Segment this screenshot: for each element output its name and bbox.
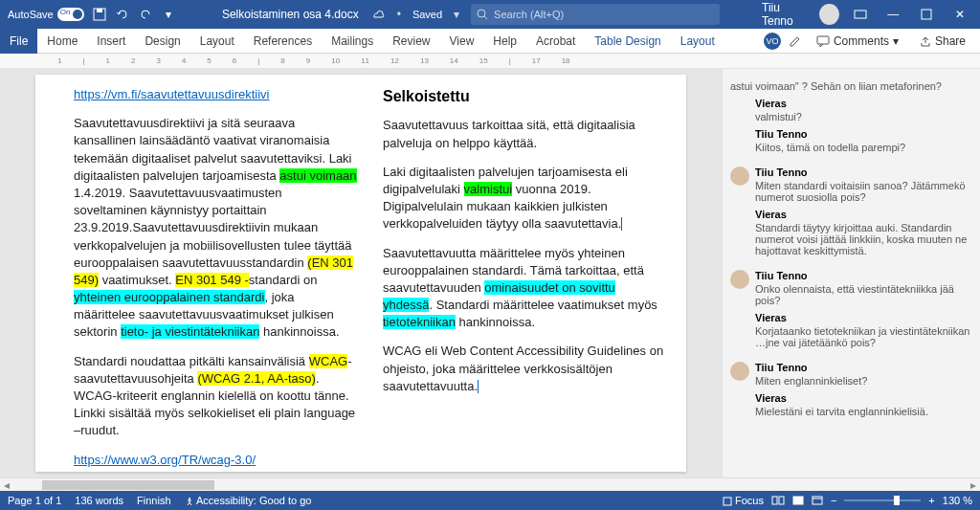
svg-rect-4 [855,11,866,18]
qat-dropdown-icon[interactable]: ▾ [161,7,176,22]
tab-help[interactable]: Help [483,29,526,54]
undo-icon[interactable] [115,7,130,22]
hl-wcag21: (WCAG 2.1, AA-taso) [197,371,316,386]
ribbon: File Home Insert Design Layout Reference… [0,29,980,54]
ruler[interactable]: 1 | 1 2 3 4 5 6 | 8 9 10 11 12 13 14 15 … [0,54,980,69]
hl-valmistui: valmistui [464,182,513,196]
avatar [730,166,749,186]
heading-selkoistettu: Selkoistettu [383,86,667,107]
text-caret-2 [478,380,479,393]
avatar [730,270,749,289]
close-icon[interactable]: ✕ [947,4,972,25]
pen-icon[interactable] [789,34,802,48]
svg-rect-11 [793,497,803,504]
link-w3[interactable]: https://www.w3.org/TR/wcag-3.0/ [74,453,256,467]
zoom-thumb[interactable] [894,496,900,505]
redo-icon[interactable] [138,7,153,22]
svg-rect-5 [922,10,931,19]
svg-line-3 [484,16,487,19]
user-name[interactable]: Tiiu Tenno [762,1,812,28]
svg-rect-10 [779,497,784,504]
autosave-label: AutoSave [8,9,54,20]
comments-pane[interactable]: astui voimaan" ? Sehän on liian metafori… [722,69,980,477]
hl-tietotekniikan: tietotekniikan [383,315,456,329]
view-web-icon[interactable] [812,496,823,505]
tab-view[interactable]: View [440,29,484,54]
cloud-icon [370,7,386,22]
hl-tieto: tieto- ja viestintätekniikan [121,324,259,339]
work-area: https://vm.fi/saavutettavuusdirektiivi S… [0,69,980,477]
search-box[interactable]: Search (Alt+Q) [471,4,720,25]
horizontal-scrollbar[interactable]: ◂ ▸ [0,477,980,491]
tab-mailings[interactable]: Mailings [322,29,383,54]
hl-astui-voimaan: astui voimaan [279,168,356,183]
search-icon [477,9,488,20]
link-vm[interactable]: https://vm.fi/saavutettavuusdirektiivi [74,87,269,101]
accessibility-icon [185,497,194,506]
search-placeholder: Search (Alt+Q) [494,9,564,20]
text-caret [621,217,622,231]
tab-acrobat[interactable]: Acrobat [526,29,585,54]
autosave-toggle[interactable]: AutoSave On [8,8,84,21]
comment-icon [816,35,830,47]
tab-file[interactable]: File [0,29,37,54]
avatar[interactable] [819,4,839,25]
status-accessibility[interactable]: Accessibility: Good to go [185,495,312,506]
scrollbar-thumb[interactable] [42,480,214,490]
toggle-switch[interactable]: On [57,8,84,21]
vo-badge[interactable]: VO [764,33,781,50]
titlebar: AutoSave On ▾ Selkoistaminen osa 4.docx … [0,0,980,29]
maximize-icon[interactable] [914,4,940,25]
right-column: Selkoistettu Saavutettavuus tarkoittaa s… [383,86,667,453]
focus-mode[interactable]: Focus [723,495,764,506]
tab-insert[interactable]: Insert [87,29,135,54]
minimize-icon[interactable]: — [880,4,906,25]
status-words[interactable]: 136 words [75,495,123,506]
tab-references[interactable]: References [244,29,322,54]
comment-thread-3[interactable]: Tiiu Tenno Miten englanninkieliset? Vier… [730,362,972,417]
zoom-in-icon[interactable]: + [928,495,934,506]
tab-table-design[interactable]: Table Design [585,29,670,54]
svg-rect-9 [772,497,777,504]
page-area[interactable]: https://vm.fi/saavutettavuusdirektiivi S… [0,69,722,477]
svg-rect-6 [817,36,829,44]
zoom-out-icon[interactable]: − [831,495,836,506]
avatar [730,362,749,381]
svg-point-7 [189,498,190,499]
saved-label: Saved [412,9,442,20]
view-readmode-icon[interactable] [771,496,785,505]
hl-yhteinen: yhteinen eurooppalainen standardi [74,290,265,304]
comments-button[interactable]: Comments ▾ [810,32,905,51]
svg-point-2 [478,10,485,17]
page[interactable]: https://vm.fi/saavutettavuusdirektiivi S… [35,75,686,472]
share-button[interactable]: Share [913,32,972,51]
ribbon-display-icon[interactable] [847,4,873,25]
save-icon[interactable] [92,7,107,22]
view-print-icon[interactable] [792,496,804,505]
statusbar: Page 1 of 1 136 words Finnish Accessibil… [0,491,980,510]
tab-home[interactable]: Home [37,29,87,54]
tab-table-layout[interactable]: Layout [671,29,724,54]
zoom-level[interactable]: 130 % [943,495,972,506]
share-icon [920,35,931,47]
svg-rect-12 [813,497,822,504]
zoom-slider[interactable] [844,499,921,501]
status-page[interactable]: Page 1 of 1 [8,495,61,506]
left-column: https://vm.fi/saavutettavuusdirektiivi S… [74,86,358,453]
comment-thread-1[interactable]: Tiiu Tenno Miten standardi voitaisiin sa… [730,166,972,256]
scrollbar-track[interactable] [13,480,967,490]
tab-design[interactable]: Design [135,29,189,54]
tab-review[interactable]: Review [383,29,439,54]
hl-en301549b: EN 301 549 - [175,273,249,287]
status-lang[interactable]: Finnish [137,495,170,506]
tab-layout[interactable]: Layout [190,29,244,54]
comment-thread-top[interactable]: astui voimaan" ? Sehän on liian metafori… [730,80,972,153]
svg-rect-8 [724,498,731,505]
hl-wcag: WCAG [309,354,347,368]
svg-rect-1 [97,9,102,12]
filename: Selkoistaminen osa 4.docx [222,8,359,21]
comment-thread-2[interactable]: Tiiu Tenno Onko olennaista, että viestin… [730,270,972,348]
